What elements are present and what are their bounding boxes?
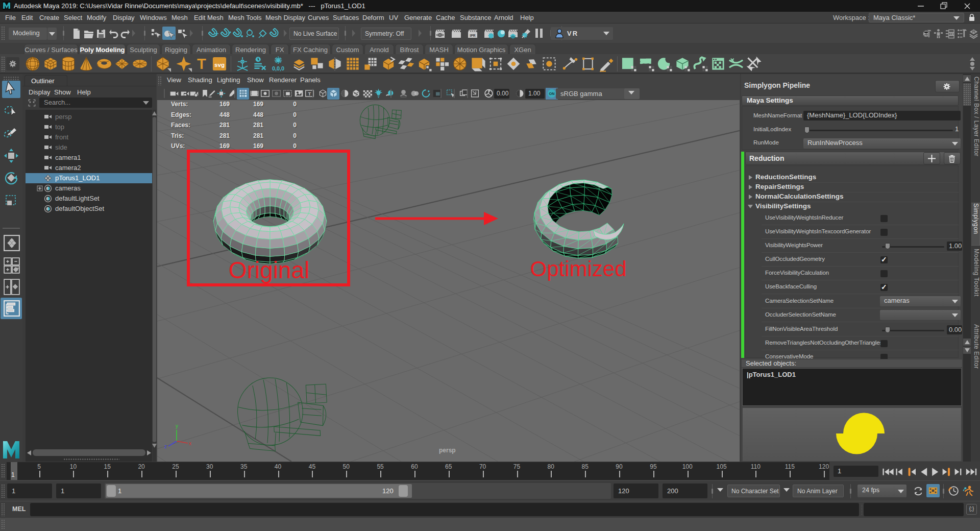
svg-text:y: y: [176, 423, 178, 429]
svg-text:T: T: [308, 91, 311, 96]
svg-text:Original: Original: [229, 257, 310, 283]
svg-text:x: x: [189, 441, 191, 446]
svg-text:T: T: [197, 56, 206, 72]
svg-text:0,0,0: 0,0,0: [272, 65, 284, 71]
svg-text:persp: persp: [439, 447, 456, 454]
svg-text:ON: ON: [549, 91, 555, 96]
svg-text:Optimized: Optimized: [530, 257, 626, 281]
svg-text:z: z: [164, 444, 167, 449]
svg-text:IPR: IPR: [470, 34, 476, 37]
svg-text:svg: svg: [214, 61, 225, 68]
